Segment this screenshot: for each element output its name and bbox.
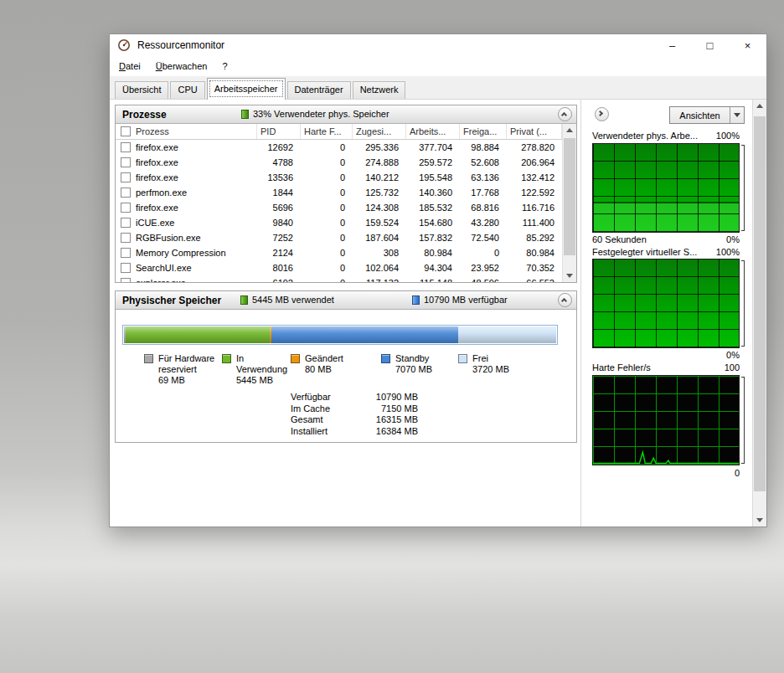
legend-swatch <box>144 354 153 363</box>
tab-cpu[interactable]: CPU <box>170 81 204 99</box>
table-row[interactable]: firefox.exe135360140.212195.54863.136132… <box>116 170 562 185</box>
row-checkbox[interactable] <box>121 172 131 182</box>
row-checkbox[interactable] <box>121 157 131 167</box>
tab-uebersicht[interactable]: Übersicht <box>115 81 168 99</box>
table-row[interactable]: firefox.exe47880274.888259.57252.608206.… <box>116 155 562 170</box>
table-scrollbar[interactable] <box>562 124 576 282</box>
row-checkbox[interactable] <box>121 203 131 213</box>
process-name: firefox.exe <box>136 157 178 167</box>
row-checkbox[interactable] <box>121 188 131 198</box>
legend-item-in-verwendung: In Verwendung5445 MB <box>222 353 297 386</box>
legend-label: Für Hardware reserviert <box>158 353 219 375</box>
value-cell: 0 <box>301 278 353 282</box>
status-text: 5445 MB verwendet <box>252 295 334 305</box>
column-header-0[interactable]: Prozess <box>116 124 257 139</box>
memory-stats: Verfügbar10790 MBIm Cache7150 MBGesamt16… <box>291 392 418 437</box>
collapse-sidebar-button[interactable] <box>595 107 609 121</box>
stat-label: Installiert <box>291 426 358 438</box>
menu-item-ueberwachen[interactable]: Überwachen <box>148 58 215 74</box>
graph-grid <box>593 144 739 232</box>
row-checkbox[interactable] <box>121 263 131 273</box>
menu-item-datei[interactable]: Datei <box>111 58 148 74</box>
table-row[interactable]: firefox.exe126920295.336377.70498.884278… <box>116 140 562 155</box>
row-checkbox[interactable] <box>121 233 131 243</box>
column-header-5[interactable]: Freiga... <box>460 124 507 139</box>
table-row[interactable]: perfmon.exe18440125.732140.36017.768122.… <box>116 185 562 200</box>
table-row[interactable]: firefox.exe56960124.308185.53268.816116.… <box>116 200 562 215</box>
status-text: 33% Verwendeter phys. Speicher <box>253 109 389 119</box>
row-checkbox[interactable] <box>121 142 131 152</box>
column-header-4[interactable]: Arbeits... <box>406 124 460 139</box>
graph-timespan-label: 60 Sekunden <box>592 234 647 245</box>
tab-bar: ÜbersichtCPUArbeitsspeicherDatenträgerNe… <box>110 76 766 100</box>
legend-swatch <box>222 354 231 363</box>
chevron-up-icon <box>561 112 567 118</box>
row-checkbox[interactable] <box>121 278 131 282</box>
value-cell: 377.704 <box>406 142 460 152</box>
value-cell: 80.984 <box>406 248 460 258</box>
value-cell: 124.308 <box>353 203 406 213</box>
column-header-3[interactable]: Zugesi... <box>353 124 406 139</box>
physical-memory-section: Physischer Speicher 5445 MB verwendet 10… <box>115 290 577 443</box>
collapse-memory-button[interactable] <box>558 293 572 307</box>
legend-swatch <box>458 354 467 363</box>
menu-item-hilfe[interactable]: ? <box>214 58 235 74</box>
graph-scale-bracket <box>741 377 745 464</box>
views-dropdown-button[interactable]: Ansichten <box>669 106 745 124</box>
select-all-checkbox[interactable] <box>121 126 131 136</box>
value-cell: 259.572 <box>406 157 460 167</box>
value-cell: 2124 <box>257 248 301 258</box>
scroll-up-arrow[interactable] <box>563 124 576 137</box>
table-row[interactable]: Memory Compression2124030880.984080.984 <box>116 245 562 260</box>
stat-row: Installiert16384 MB <box>291 426 418 438</box>
value-cell: 17.768 <box>460 188 507 198</box>
column-header-2[interactable]: Harte F... <box>301 124 353 139</box>
scroll-thumb[interactable] <box>564 138 575 255</box>
column-header-1[interactable]: PID <box>257 124 301 139</box>
graph-title-row: Verwendeter phys. Arbe... 100% <box>592 131 740 141</box>
graph-min-label: 0% <box>726 350 740 361</box>
legend-value: 5445 MB <box>236 375 297 386</box>
legend-label: Standby <box>395 353 456 364</box>
value-cell: 7252 <box>257 233 301 243</box>
table-row[interactable]: RGBFusion.exe72520187.604157.83272.54085… <box>116 230 562 245</box>
value-cell: 0 <box>301 157 353 167</box>
legend-swatch <box>291 354 300 363</box>
row-checkbox[interactable] <box>121 218 131 228</box>
table-row[interactable]: iCUE.exe98400159.524154.68043.280111.400 <box>116 215 562 230</box>
value-cell: 274.888 <box>353 157 406 167</box>
graph-max-label: 100% <box>716 131 740 141</box>
graph-title-row: Harte Fehler/s 100 <box>592 362 740 373</box>
window-scrollbar[interactable] <box>752 100 766 527</box>
memory-section-body: Für Hardware reserviert69 MBIn Verwendun… <box>116 310 576 442</box>
minimize-button[interactable]: – <box>653 34 691 56</box>
tab-arbeitsspeicher[interactable]: Arbeitsspeicher <box>207 78 286 100</box>
scroll-down-arrow[interactable] <box>563 269 576 282</box>
scroll-up-arrow[interactable] <box>753 100 766 113</box>
legend-item-frei: Frei3720 MB <box>458 353 534 375</box>
tab-datentraeger[interactable]: Datenträger <box>287 81 351 99</box>
process-name: firefox.exe <box>136 142 178 152</box>
collapse-processes-button[interactable] <box>558 107 572 121</box>
table-row[interactable]: SearchUI.exe80160102.06494.30423.95270.3… <box>116 260 562 275</box>
value-cell: 72.540 <box>460 233 507 243</box>
legend-label: Frei <box>472 353 534 364</box>
memory-bar-frame <box>122 325 558 345</box>
value-cell: 13536 <box>257 172 301 182</box>
title-bar[interactable]: Ressourcenmonitor – □ × <box>110 34 766 56</box>
value-cell: 68.816 <box>460 203 507 213</box>
scroll-thumb[interactable] <box>754 116 766 491</box>
maximize-button[interactable]: □ <box>691 34 729 56</box>
value-cell: 116.716 <box>507 203 562 213</box>
tab-netzwerk[interactable]: Netzwerk <box>353 81 406 99</box>
table-row[interactable]: explorer.exe61920117.132115.14848.59666.… <box>116 275 562 282</box>
value-cell: 9840 <box>257 218 301 228</box>
value-cell: 140.212 <box>353 172 406 182</box>
scroll-down-arrow[interactable] <box>753 513 766 527</box>
value-cell: 295.336 <box>353 142 406 152</box>
close-button[interactable]: × <box>729 34 766 56</box>
process-cell: perfmon.exe <box>116 188 257 198</box>
legend-value: 7070 MB <box>395 364 456 375</box>
row-checkbox[interactable] <box>121 248 131 258</box>
column-header-6[interactable]: Privat (... <box>507 124 562 139</box>
